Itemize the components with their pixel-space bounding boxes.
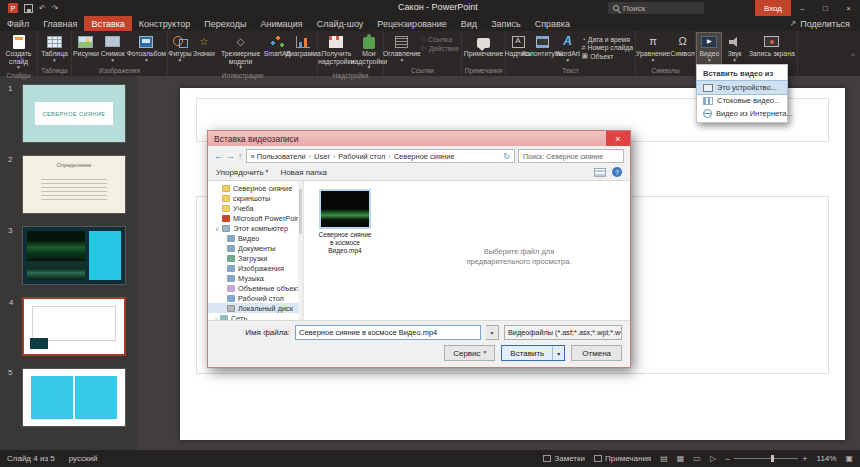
tab-insert[interactable]: Вставка	[84, 16, 131, 31]
tree-item-selected[interactable]: Локальный диск	[208, 303, 303, 313]
get-addins-button[interactable]: Получить надстройки	[318, 33, 355, 66]
audio-button[interactable]: Звук ▾	[723, 33, 747, 64]
refresh-icon[interactable]: ↻	[503, 152, 510, 161]
breadcrumb-item[interactable]: Северное сияние	[394, 152, 455, 161]
table-button[interactable]: Таблица ▾	[40, 33, 69, 64]
my-addins-button[interactable]: Мои надстройки ▾	[355, 33, 383, 72]
icons-button[interactable]: ☆ Значки	[192, 33, 216, 59]
breadcrumb-item[interactable]: Рабочий стол	[338, 152, 385, 161]
tab-record[interactable]: Запись	[484, 16, 528, 31]
new-slide-button[interactable]: Создать слайд ▾	[0, 33, 37, 72]
wordart-button[interactable]: А WordArt ▾	[556, 33, 580, 64]
tree-item[interactable]: Microsoft PowerPoint	[208, 213, 303, 223]
undo-icon[interactable]: ↶	[39, 4, 46, 13]
screenshot-button[interactable]: Снимок ▾	[100, 33, 126, 64]
slide-thumbnail-3[interactable]: 3	[22, 226, 126, 285]
dialog-title-bar[interactable]: Вставка видеозаписи ×	[208, 131, 630, 146]
tree-item[interactable]: Музыка	[208, 273, 303, 283]
share-button[interactable]: ↗ Поделиться	[790, 16, 860, 31]
tab-review[interactable]: Рецензирование	[370, 16, 454, 31]
breadcrumb-item[interactable]: User	[314, 152, 330, 161]
screen-recording-button[interactable]: Запись экрана	[748, 33, 796, 59]
action-button[interactable]: ▷ Действие	[420, 44, 461, 52]
header-footer-button[interactable]: Колонтитулы	[530, 33, 556, 59]
video-button[interactable]: ▶ Видео ▾	[697, 33, 721, 64]
tools-button[interactable]: Сервис ▾	[444, 345, 495, 361]
dialog-close-button[interactable]: ×	[606, 131, 630, 146]
tree-item[interactable]: Документы	[208, 243, 303, 253]
tree-item[interactable]: ∨Этот компьютер	[208, 223, 303, 233]
slide-thumbnail-2[interactable]: 2 Определение	[22, 155, 126, 214]
3d-models-button[interactable]: ◇ Трехмерные модели ▾	[216, 33, 265, 72]
zoom-percentage[interactable]: 114%	[817, 454, 837, 463]
collapse-ribbon-icon[interactable]: ^	[851, 51, 855, 60]
save-icon[interactable]	[24, 4, 33, 13]
tab-animations[interactable]: Анимация	[253, 16, 309, 31]
datetime-button[interactable]: ◔ Дата и время	[580, 36, 635, 43]
menu-item-online-video[interactable]: Видео из Интернета...	[697, 107, 787, 120]
chart-button[interactable]: Диаграмма	[289, 33, 317, 59]
pictures-button[interactable]: Рисунки	[72, 33, 100, 59]
toc-button[interactable]: Оглавление ▾	[384, 33, 420, 64]
insert-button[interactable]: Вставить ▾	[501, 345, 565, 361]
tab-transitions[interactable]: Переходы	[197, 16, 253, 31]
reading-view-icon[interactable]: ▭	[693, 454, 701, 463]
tree-item[interactable]: Учеба	[208, 203, 303, 213]
view-mode-icon[interactable]	[594, 168, 606, 177]
tree-item[interactable]: Загрузки	[208, 253, 303, 263]
close-button[interactable]: ×	[837, 0, 860, 16]
search-box[interactable]: Поиск	[608, 2, 704, 14]
tab-home[interactable]: Главная	[36, 16, 84, 31]
tree-item[interactable]: Видео	[208, 233, 303, 243]
slide-thumbnail-4-selected[interactable]: 4	[22, 297, 126, 356]
symbol-button[interactable]: Ω Символ	[670, 33, 695, 59]
organize-button[interactable]: Упорядочить ▾	[216, 168, 268, 177]
new-folder-button[interactable]: Новая папка	[280, 168, 327, 177]
link-button[interactable]: ○ Ссылка	[420, 36, 461, 43]
slide-thumbnail-1[interactable]: 1 СЕВЕРНОЕ СИЯНИЕ	[22, 84, 126, 143]
slide-thumbnail-5[interactable]: 5	[22, 368, 126, 427]
sign-in-button[interactable]: Вход	[755, 0, 791, 16]
comment-button[interactable]: Примечание	[463, 33, 504, 59]
tree-item[interactable]: ›Сеть	[208, 313, 303, 320]
filename-dropdown-caret-icon[interactable]: ▾	[486, 325, 499, 340]
back-icon[interactable]: ←	[214, 151, 223, 161]
help-icon[interactable]: ?	[612, 167, 622, 177]
slide-number-button[interactable]: # Номер слайда	[580, 44, 635, 51]
insert-caret-icon[interactable]: ▾	[553, 346, 564, 360]
object-button[interactable]: ▣ Объект	[580, 52, 635, 60]
tree-scrollbar[interactable]	[298, 181, 303, 320]
zoom-slider-thumb[interactable]	[771, 455, 774, 462]
zoom-out-icon[interactable]: −	[725, 454, 730, 464]
slideshow-icon[interactable]: ▷	[710, 454, 716, 463]
tree-item[interactable]: Изображения	[208, 263, 303, 273]
tab-view[interactable]: Вид	[454, 16, 484, 31]
redo-icon[interactable]: ↷	[52, 4, 59, 13]
menu-item-this-device[interactable]: Это устройство...	[697, 81, 787, 94]
up-icon[interactable]: ↑	[238, 151, 243, 161]
photo-album-button[interactable]: Фотоальбом ▾	[126, 33, 167, 64]
shapes-button[interactable]: Фигуры ▾	[168, 33, 192, 64]
filetype-select[interactable]: Видеофайлы (*.asf;*.asx;*.wpl;*.w ▾	[504, 325, 622, 340]
tree-item[interactable]: Северное сияние	[208, 183, 303, 193]
equation-button[interactable]: π Уравнение ▾	[636, 33, 670, 64]
normal-view-icon[interactable]: ▤	[660, 454, 668, 463]
menu-item-stock-videos[interactable]: Стоковые видео...	[697, 94, 787, 107]
tab-design[interactable]: Конструктор	[132, 16, 197, 31]
cancel-button[interactable]: Отмена	[571, 345, 622, 361]
tab-help[interactable]: Справка	[528, 16, 577, 31]
maximize-button[interactable]: □	[814, 0, 837, 16]
zoom-in-icon[interactable]: +	[802, 454, 807, 464]
tab-file[interactable]: Файл	[0, 16, 36, 31]
zoom-slider[interactable]	[734, 458, 798, 459]
tree-item[interactable]: Рабочий стол	[208, 293, 303, 303]
comments-toggle[interactable]: Примечания	[594, 454, 651, 463]
filename-input[interactable]: Северное сияние в космосе Видео.mp4	[295, 325, 481, 340]
tab-slideshow[interactable]: Слайд-шоу	[310, 16, 371, 31]
tree-item[interactable]: Объемные объекты	[208, 283, 303, 293]
video-file-item[interactable]: Северное сияние в космосе Видео.mp4	[316, 189, 374, 254]
forward-icon[interactable]: →	[226, 151, 235, 161]
dialog-search-box[interactable]: Поиск: Северное сияние	[518, 149, 624, 163]
notes-toggle[interactable]: Заметки	[543, 454, 585, 463]
fit-slide-icon[interactable]: ▣	[845, 454, 853, 463]
